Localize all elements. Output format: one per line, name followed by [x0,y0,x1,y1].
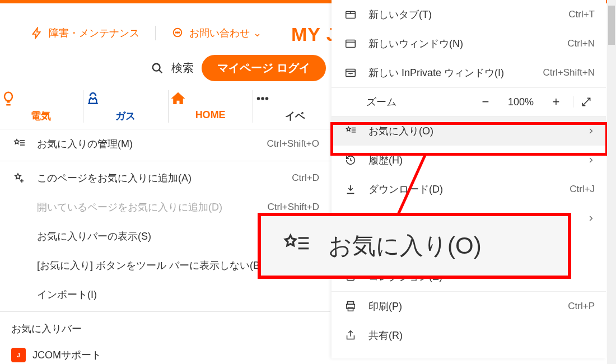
import-favorites-item[interactable]: インポート(I) [0,280,330,309]
star-list-icon [11,137,27,151]
svg-point-7 [261,97,264,100]
menu-favorites[interactable]: お気に入り(O) [332,116,606,146]
svg-line-5 [159,69,162,73]
menu-print[interactable]: 印刷(P) Ctrl+P [332,292,606,321]
svg-point-2 [177,32,178,33]
category-nav: 電気 ガス HOME イベ [0,90,336,123]
nav-item-home[interactable]: HOME [170,90,251,123]
window-icon [343,38,358,50]
history-icon [343,154,358,166]
scrollbar-thumb[interactable] [608,6,615,45]
share-icon [343,329,358,342]
login-button[interactable]: マイページ ログイ [202,55,326,81]
nav-item-more[interactable]: イベ [254,90,336,123]
menu-new-window[interactable]: 新しいウィンドウ(N) Ctrl+N [332,29,606,58]
contact-link[interactable]: お問い合わせ⌄ [189,26,262,40]
menu-zoom: ズーム − 100% + [332,88,606,116]
zoom-out-button[interactable]: − [473,95,498,109]
gas-icon [85,90,166,107]
star-list-icon [280,230,311,262]
zoom-value: 100% [503,96,539,108]
chevron-right-icon [587,127,595,135]
chevron-down-icon: ⌄ [253,27,262,39]
home-icon [170,90,251,107]
chat-icon [171,27,184,39]
chevron-right-icon [587,214,595,222]
menu-new-tab[interactable]: 新しいタブ(T) Ctrl+T [332,0,606,29]
svg-point-8 [265,97,269,100]
print-icon [343,300,358,312]
svg-point-3 [179,32,180,33]
download-icon [343,183,358,195]
svg-point-6 [257,97,260,100]
menu-share[interactable]: 共有(R) [332,321,606,350]
nav-item-electric[interactable]: 電気 [0,90,82,123]
svg-point-1 [175,32,176,33]
menu-new-inprivate[interactable]: 新しい InPrivate ウィンドウ(I) Ctrl+Shift+N [332,58,606,87]
svg-rect-17 [346,40,356,48]
chevron-right-icon [587,156,595,164]
star-plus-icon [11,171,27,185]
add-page-favorite-item[interactable]: このページをお気に入りに追加(A) Ctrl+D [0,164,330,193]
search-label: 検索 [171,60,194,76]
bookmark-jcom-support[interactable]: J JCOMサポート [0,340,330,364]
svg-rect-33 [348,307,353,311]
fullscreen-button[interactable] [573,96,598,108]
jcom-icon: J [11,348,26,362]
menu-history[interactable]: 履歴(H) [332,146,606,175]
bolt-icon [31,27,43,39]
lightbulb-icon [0,90,82,107]
menu-downloads[interactable]: ダウンロード(D) Ctrl+J [332,175,606,204]
search-icon[interactable] [151,62,164,74]
divider [155,26,156,40]
star-list-icon [343,125,358,137]
page-scrollbar[interactable] [607,0,616,364]
tab-icon [343,8,358,21]
dots-icon [254,90,336,107]
inprivate-icon [343,67,358,79]
zoom-in-button[interactable]: + [543,95,569,109]
nav-item-gas[interactable]: ガス [85,90,166,123]
svg-point-4 [153,63,160,71]
annotation-callout: お気に入り(O) [258,213,571,279]
browser-main-menu: 新しいタブ(T) Ctrl+T 新しいウィンドウ(N) Ctrl+N 新しい I… [332,0,606,358]
svg-rect-19 [346,69,356,77]
manage-favorites-item[interactable]: お気に入りの管理(M) Ctrl+Shift+O [0,129,330,158]
favorites-bar-section: お気に入りバー [0,314,330,340]
maintenance-link[interactable]: 障害・メンテナンス [49,26,139,40]
